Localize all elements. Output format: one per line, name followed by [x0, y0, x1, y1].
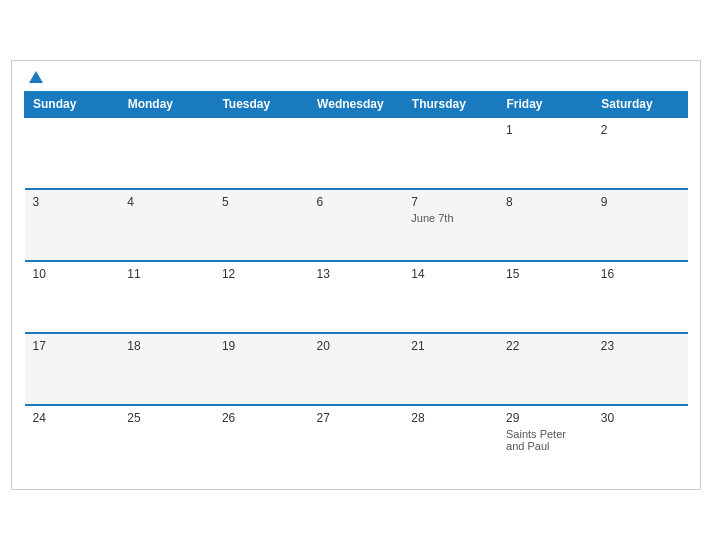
calendar-day-cell: 21	[403, 333, 498, 405]
weekday-header-cell: Friday	[498, 92, 593, 118]
calendar-day-cell: 5	[214, 189, 309, 261]
day-number: 2	[601, 123, 680, 137]
calendar-day-cell: 30	[593, 405, 688, 477]
calendar-day-cell: 12	[214, 261, 309, 333]
day-number: 13	[317, 267, 396, 281]
logo	[26, 71, 43, 83]
day-number: 29	[506, 411, 585, 425]
day-number: 21	[411, 339, 490, 353]
day-number: 6	[317, 195, 396, 209]
day-number: 10	[33, 267, 112, 281]
day-number: 15	[506, 267, 585, 281]
event-text: June 7th	[411, 212, 490, 224]
calendar-week-row: 12	[25, 117, 688, 189]
calendar-body: 1234567June 7th8910111213141516171819202…	[25, 117, 688, 477]
weekday-header-cell: Sunday	[25, 92, 120, 118]
calendar-day-cell: 13	[309, 261, 404, 333]
calendar-day-cell: 10	[25, 261, 120, 333]
calendar-day-cell: 26	[214, 405, 309, 477]
calendar-day-cell: 11	[119, 261, 214, 333]
calendar-header	[24, 71, 688, 83]
day-number: 4	[127, 195, 206, 209]
day-number: 1	[506, 123, 585, 137]
calendar-day-cell: 9	[593, 189, 688, 261]
calendar-day-cell: 23	[593, 333, 688, 405]
calendar-day-cell: 7June 7th	[403, 189, 498, 261]
calendar-day-cell: 2	[593, 117, 688, 189]
calendar-day-cell: 3	[25, 189, 120, 261]
weekday-header-cell: Tuesday	[214, 92, 309, 118]
day-number: 27	[317, 411, 396, 425]
event-text: Saints Peter and Paul	[506, 428, 585, 452]
day-number: 26	[222, 411, 301, 425]
calendar-week-row: 34567June 7th89	[25, 189, 688, 261]
day-number: 24	[33, 411, 112, 425]
calendar-week-row: 10111213141516	[25, 261, 688, 333]
calendar-day-cell: 22	[498, 333, 593, 405]
logo-triangle-icon	[29, 71, 43, 83]
calendar-day-cell: 27	[309, 405, 404, 477]
calendar-day-cell: 1	[498, 117, 593, 189]
calendar-day-cell: 8	[498, 189, 593, 261]
day-number: 22	[506, 339, 585, 353]
weekday-header-cell: Wednesday	[309, 92, 404, 118]
day-number: 14	[411, 267, 490, 281]
day-number: 30	[601, 411, 680, 425]
calendar-day-cell: 16	[593, 261, 688, 333]
calendar-day-cell: 25	[119, 405, 214, 477]
day-number: 20	[317, 339, 396, 353]
calendar-day-cell: 20	[309, 333, 404, 405]
weekday-header-cell: Monday	[119, 92, 214, 118]
calendar-day-cell	[309, 117, 404, 189]
day-number: 9	[601, 195, 680, 209]
calendar-day-cell: 19	[214, 333, 309, 405]
calendar-day-cell: 15	[498, 261, 593, 333]
calendar-container: SundayMondayTuesdayWednesdayThursdayFrid…	[11, 60, 701, 490]
calendar-day-cell: 14	[403, 261, 498, 333]
day-number: 8	[506, 195, 585, 209]
calendar-table: SundayMondayTuesdayWednesdayThursdayFrid…	[24, 91, 688, 477]
calendar-day-cell	[25, 117, 120, 189]
calendar-day-cell	[119, 117, 214, 189]
calendar-day-cell: 18	[119, 333, 214, 405]
calendar-day-cell: 28	[403, 405, 498, 477]
day-number: 11	[127, 267, 206, 281]
day-number: 5	[222, 195, 301, 209]
calendar-week-row: 17181920212223	[25, 333, 688, 405]
day-number: 7	[411, 195, 490, 209]
weekday-header-cell: Saturday	[593, 92, 688, 118]
day-number: 16	[601, 267, 680, 281]
calendar-day-cell: 6	[309, 189, 404, 261]
day-number: 28	[411, 411, 490, 425]
calendar-day-cell: 29Saints Peter and Paul	[498, 405, 593, 477]
day-number: 17	[33, 339, 112, 353]
day-number: 18	[127, 339, 206, 353]
weekday-header-cell: Thursday	[403, 92, 498, 118]
day-number: 3	[33, 195, 112, 209]
calendar-week-row: 242526272829Saints Peter and Paul30	[25, 405, 688, 477]
calendar-day-cell	[214, 117, 309, 189]
day-number: 12	[222, 267, 301, 281]
weekday-header-row: SundayMondayTuesdayWednesdayThursdayFrid…	[25, 92, 688, 118]
calendar-day-cell: 24	[25, 405, 120, 477]
day-number: 19	[222, 339, 301, 353]
day-number: 25	[127, 411, 206, 425]
calendar-day-cell: 4	[119, 189, 214, 261]
day-number: 23	[601, 339, 680, 353]
calendar-day-cell: 17	[25, 333, 120, 405]
calendar-day-cell	[403, 117, 498, 189]
